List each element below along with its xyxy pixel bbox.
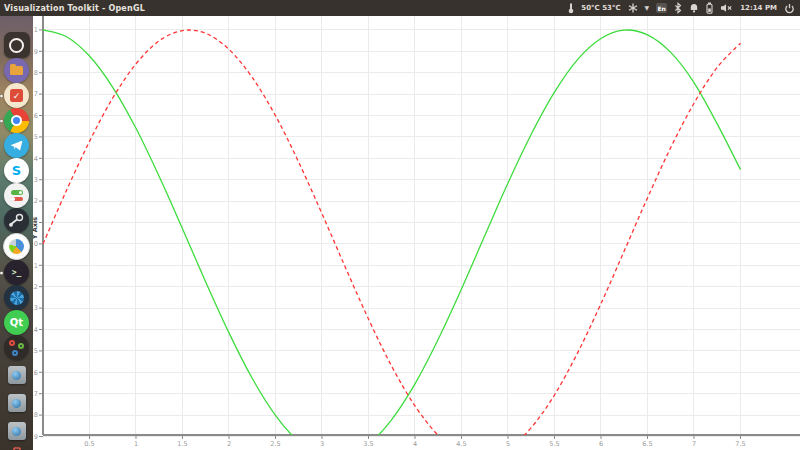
y-tick-label: -0.3 [33, 304, 38, 312]
dock-item-disk-usage[interactable] [3, 233, 30, 260]
running-indicator [0, 271, 3, 274]
launcher-dock: ✓ S >_ Qt [0, 16, 33, 450]
x-tick-label: 1.5 [177, 440, 187, 448]
dock-item-app-window-2[interactable] [8, 394, 26, 412]
x-tick-label: 5 [506, 440, 510, 448]
vtk-chart-canvas[interactable]: 0.511.522.533.544.555.566.577.510.90.80.… [33, 16, 800, 450]
app-window-icon [12, 371, 21, 380]
y-axis-title: Y Axis [33, 217, 39, 240]
y-tick-label: -0.5 [33, 347, 38, 355]
network-indicator-icon[interactable]: ▼ [645, 5, 650, 11]
x-tick-label: 5.5 [549, 440, 559, 448]
x-tick-label: 0.5 [84, 440, 94, 448]
y-tick-label: 0.3 [33, 176, 38, 184]
x-tick-label: 3 [320, 440, 324, 448]
y-tick-label: -0.6 [33, 369, 38, 377]
pie-chart-icon [9, 239, 24, 254]
y-tick-label: 0 [34, 240, 38, 248]
x-tick-label: 4 [413, 440, 417, 448]
toggle-on-icon [11, 190, 23, 195]
dock-item-qt-creator[interactable]: Qt [4, 310, 29, 335]
bluetooth-icon[interactable] [674, 2, 682, 14]
toggle-off-icon [11, 197, 23, 202]
dock-item-steam[interactable] [4, 208, 29, 233]
folder-icon [10, 66, 23, 75]
dock-item-photo-app[interactable] [4, 285, 29, 310]
x-tick-label: 2 [227, 440, 231, 448]
skype-icon: S [12, 163, 21, 178]
snowflake-icon[interactable] [628, 3, 638, 13]
dock-item-skype[interactable]: S [4, 158, 29, 183]
dock-item-chrome[interactable] [4, 108, 29, 133]
chrome-icon [11, 115, 22, 126]
dock-item-app-window-1[interactable] [8, 366, 26, 384]
x-tick-label: 1 [134, 440, 138, 448]
planner-check-icon: ✓ [10, 89, 23, 102]
sin(x)-curve [43, 30, 741, 450]
dock-item-files[interactable] [4, 58, 29, 83]
x-tick-label: 7.5 [735, 440, 745, 448]
terminal-prompt-icon: >_ [12, 268, 22, 277]
dock-item-telegram[interactable] [4, 133, 29, 158]
dock-item-terminal[interactable]: >_ [4, 260, 29, 285]
dock-item-app-window-3[interactable] [8, 422, 26, 440]
x-tick-label: 4.5 [456, 440, 466, 448]
notification-bell-icon[interactable] [689, 3, 699, 14]
y-tick-label: 0.8 [33, 69, 38, 77]
y-tick-label: 1 [34, 26, 38, 34]
app-window-icon [12, 399, 21, 408]
top-panel: Visualization Toolkit - OpenGL 50°C 53°C… [0, 0, 800, 16]
y-tick-label: -0.9 [33, 433, 38, 441]
y-tick-label: -0.4 [33, 326, 38, 334]
y-tick-label: -0.8 [33, 411, 38, 419]
desktop: Visualization Toolkit - OpenGL 50°C 53°C… [0, 0, 800, 450]
y-tick-label: 0.6 [33, 112, 38, 120]
steam-icon [6, 210, 27, 231]
x-tick-label: 7 [692, 440, 696, 448]
indicator-area: 50°C 53°C ▼ En 12:14 PM [568, 2, 800, 14]
keyboard-layout-indicator[interactable]: En [656, 3, 667, 13]
x-tick-label: 6.5 [642, 440, 652, 448]
window-title: Visualization Toolkit - OpenGL [0, 4, 145, 13]
y-tick-label: 0.4 [33, 155, 38, 163]
clock-indicator[interactable]: 12:14 PM [740, 4, 777, 12]
battery-icon[interactable] [706, 2, 713, 14]
dock-item-settings[interactable] [4, 335, 29, 360]
running-indicator [0, 94, 3, 97]
dock-item-planner[interactable]: ✓ [4, 83, 29, 108]
telegram-plane-icon [11, 141, 23, 151]
y-tick-label: -0.2 [33, 283, 38, 291]
red-gear-icon [9, 340, 15, 346]
aperture-icon [10, 291, 24, 305]
y-tick-label: -0.7 [33, 390, 38, 398]
x-tick-label: 6 [599, 440, 603, 448]
cos(x)-curve [43, 30, 741, 450]
y-tick-label: 0.7 [33, 90, 38, 98]
qt-icon: Qt [10, 317, 23, 328]
x-tick-label: 2.5 [270, 440, 280, 448]
ubuntu-launcher-button[interactable] [4, 32, 30, 58]
y-tick-label: 0.9 [33, 48, 38, 56]
dock-item-tweaks[interactable] [4, 183, 29, 208]
vtk-render-window[interactable]: 0.511.522.533.544.555.566.577.510.90.80.… [33, 16, 800, 450]
thermometer-icon[interactable] [568, 2, 574, 14]
green-gear-icon [18, 343, 24, 349]
temperature-indicator[interactable]: 50°C 53°C [581, 4, 620, 12]
power-icon[interactable] [784, 3, 795, 14]
running-indicator [0, 119, 3, 122]
volume-muted-icon[interactable] [720, 3, 733, 13]
y-tick-label: 0.5 [33, 133, 38, 141]
app-window-icon [12, 427, 21, 436]
y-tick-label: 0.2 [33, 197, 38, 205]
x-tick-label: 3.5 [363, 440, 373, 448]
blue-gear-icon [12, 350, 18, 356]
ubuntu-logo-icon [9, 38, 24, 53]
y-tick-label: -0.1 [33, 262, 38, 270]
